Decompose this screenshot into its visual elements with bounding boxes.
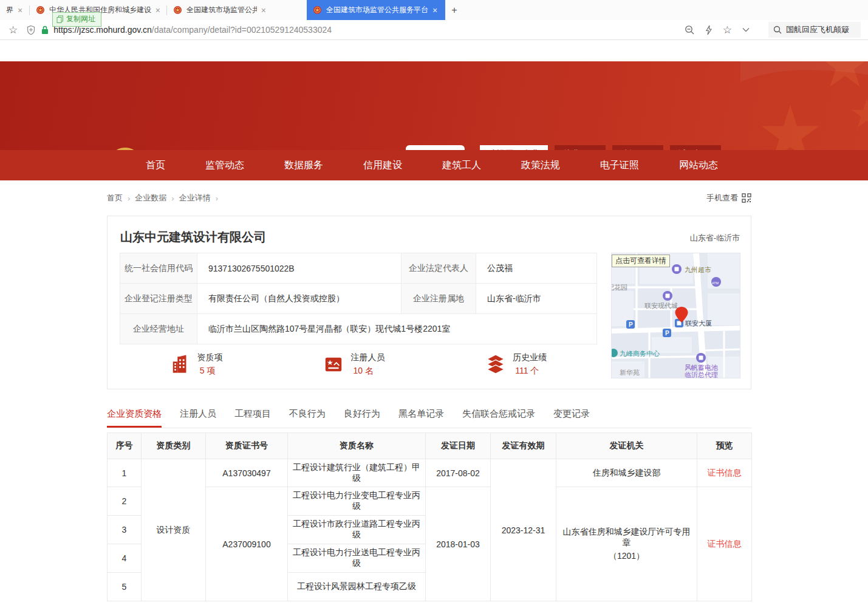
- tab-blacklist[interactable]: 黑名单记录: [398, 401, 444, 428]
- map-label-battery-2: 临沂总代理: [685, 371, 718, 378]
- col-valid-until: 发证有效期: [491, 433, 556, 459]
- qr-icon: [742, 193, 751, 203]
- cell-no: 5: [108, 573, 142, 601]
- site-header: 中华人民共和国住房和城乡建设部 www.mohurd.gov.cn 全国建筑市场…: [0, 61, 868, 150]
- tab-partial[interactable]: 界 ×: [0, 0, 29, 20]
- tab-jzsc-platform-active[interactable]: 全国建筑市场监管公共服务平台 ×: [307, 0, 445, 20]
- cell-no: 4: [108, 544, 142, 573]
- cell-cert-no: A137030497: [206, 459, 288, 487]
- cell-name: 工程设计建筑行业（建筑工程）甲级: [288, 459, 426, 487]
- chevron-down-icon[interactable]: [742, 27, 750, 32]
- tab-title: 界: [6, 5, 13, 15]
- nav-e-license[interactable]: 电子证照: [600, 159, 639, 172]
- stat-value: 5 项: [197, 366, 223, 377]
- legal-rep-label: 企业法定代表人: [402, 253, 476, 284]
- copy-icon: [56, 15, 64, 23]
- nav-home[interactable]: 首页: [146, 159, 165, 172]
- copy-url-tooltip: 复制网址: [52, 12, 101, 27]
- cell-name: 工程设计电力行业送电工程专业丙级: [288, 544, 426, 573]
- credit-code-value: 91371302675501022B: [197, 253, 402, 284]
- map-label-supermarket: 九州超市: [685, 266, 711, 273]
- reg-region-value: 山东省-临沂市: [476, 284, 597, 314]
- header-search-module: 建设工程企业 从业人员 建设项目 诚信记录 搜索: [480, 145, 751, 150]
- tab-enterprise-qualification[interactable]: 企业资质资格: [107, 401, 162, 428]
- url-path: /data/company/detail?id=0021052912405330…: [152, 25, 332, 35]
- tab-close-icon[interactable]: ×: [155, 6, 160, 15]
- search-tab-credit[interactable]: 诚信记录: [670, 145, 721, 150]
- company-name: 山东中元建筑设计有限公司: [120, 229, 266, 245]
- tab-registered-personnel[interactable]: 注册人员: [180, 401, 216, 428]
- browser-tab-bar: 界 × 中华人民共和国住房和城乡建设 × 全国建筑市场监管公共服务平台 × 全国…: [0, 0, 868, 20]
- map-label-battery-1: 风帆蓄电池: [685, 364, 718, 371]
- map-label-lianan-city: 联安现代城: [644, 302, 678, 309]
- tab-change-records[interactable]: 变更记录: [553, 401, 590, 428]
- cell-preview: 证书信息: [697, 459, 752, 487]
- tab-good-behavior[interactable]: 良好行为: [344, 401, 380, 428]
- col-issue-date: 发证日期: [426, 433, 491, 459]
- search-tab-enterprise[interactable]: 建设工程企业: [480, 145, 548, 150]
- favorite-star-icon[interactable]: ☆: [723, 24, 732, 36]
- detail-tabs: 企业资质资格 注册人员 工程项目 不良行为 良好行为 黑名单记录 失信联合惩戒记…: [107, 401, 751, 428]
- breadcrumb-company-detail[interactable]: 企业详情: [179, 193, 211, 203]
- certificate-info-link[interactable]: 证书信息: [708, 468, 742, 477]
- browser-search-text: 国航回应飞机颠簸: [786, 24, 849, 35]
- tab-close-icon[interactable]: ×: [432, 6, 437, 15]
- zoom-out-icon[interactable]: [685, 25, 695, 35]
- mobile-view-label: 手机查看: [706, 193, 738, 203]
- tab-projects[interactable]: 工程项目: [234, 401, 271, 428]
- breadcrumb-separator: ›: [171, 194, 174, 203]
- stat-registered-personnel[interactable]: 注册人员 10 名: [323, 352, 384, 377]
- https-lock-icon: [41, 26, 49, 35]
- breadcrumb-separator: ›: [216, 194, 218, 203]
- table-row: 企业经营地址 临沂市兰山区陶然路107号星河晶都（联安）现代城1号楼2201室: [120, 314, 597, 344]
- map-label-atm: ATM: [712, 281, 719, 285]
- reg-type-value: 有限责任公司（自然人投资或控股）: [197, 284, 402, 314]
- tab-favicon-emblem-icon: [36, 5, 45, 15]
- copy-url-label: 复制网址: [66, 14, 95, 24]
- cell-valid-until: 2023-12-31: [491, 459, 556, 601]
- table-row: 1 设计资质 A137030497 工程设计建筑行业（建筑工程）甲级 2017-…: [108, 459, 752, 487]
- breadcrumb-company-data[interactable]: 企业数据: [135, 193, 166, 203]
- reg-type-label: 企业登记注册类型: [120, 284, 197, 314]
- flash-icon[interactable]: [705, 25, 713, 35]
- certificate-info-link[interactable]: 证书信息: [708, 539, 742, 549]
- tab-close-icon[interactable]: ×: [18, 6, 22, 15]
- stat-historical-performance[interactable]: 历史业绩 111 个: [485, 352, 547, 377]
- browser-search-box[interactable]: 国航回应飞机颠簸: [768, 22, 861, 38]
- nav-credit[interactable]: 信用建设: [363, 159, 402, 172]
- nav-supervision[interactable]: 监管动态: [205, 159, 244, 172]
- cell-category: 设计资质: [142, 459, 206, 601]
- nav-policy[interactable]: 政策法规: [521, 159, 560, 172]
- map-label-jiufeng: 九峰商务中心: [620, 350, 660, 357]
- nav-workers[interactable]: 建筑工人: [442, 159, 481, 172]
- breadcrumb-home[interactable]: 首页: [107, 193, 123, 203]
- breadcrumb: 首页 › 企业数据 › 企业详情 › 手机查看: [107, 180, 751, 203]
- stat-qualifications[interactable]: 资质项 5 项: [170, 352, 223, 377]
- tab-dishonesty-records[interactable]: 失信联合惩戒记录: [462, 401, 535, 428]
- cell-name: 工程设计风景园林工程专项乙级: [288, 573, 426, 601]
- main-navigation: 首页 监管动态 数据服务 信用建设 建筑工人 政策法规 电子证照 网站动态: [0, 150, 868, 180]
- tab-close-icon[interactable]: ×: [261, 6, 266, 15]
- mobile-view-link[interactable]: 手机查看: [706, 193, 751, 203]
- breadcrumb-separator: ›: [128, 194, 130, 203]
- address-value: 临沂市兰山区陶然路107号星河晶都（联安）现代城1号楼2201室: [197, 314, 597, 344]
- flag-stars-decoration: [740, 61, 868, 150]
- credit-code-label: 统一社会信用代码: [120, 253, 197, 284]
- nav-data-service[interactable]: 数据服务: [284, 159, 323, 172]
- search-tab-project[interactable]: 建设项目: [612, 145, 663, 150]
- shield-icon[interactable]: [26, 25, 36, 35]
- company-location-map[interactable]: 点击可查看详情: [611, 253, 740, 378]
- bookmark-star-icon[interactable]: ☆: [9, 24, 18, 36]
- col-name: 资质名称: [288, 433, 426, 459]
- cell-authority: 住房和城乡建设部: [556, 459, 697, 487]
- authority-line-1: 山东省住房和城乡建设厅许可专用章: [561, 527, 692, 549]
- nav-site-news[interactable]: 网站动态: [679, 159, 718, 172]
- stat-value: 10 名: [350, 366, 384, 377]
- tab-jzsc-platform-1[interactable]: 全国建筑市场监管公共服务平台 ×: [167, 0, 272, 20]
- new-tab-button[interactable]: +: [445, 0, 463, 20]
- tab-bad-behavior[interactable]: 不良行为: [289, 401, 326, 428]
- col-preview: 预览: [697, 433, 752, 459]
- url-bar[interactable]: ☆ https://jzsc.mohurd.gov.cn/data/compan…: [0, 20, 868, 40]
- search-tab-personnel[interactable]: 从业人员: [555, 145, 606, 150]
- col-no: 序号: [108, 433, 142, 459]
